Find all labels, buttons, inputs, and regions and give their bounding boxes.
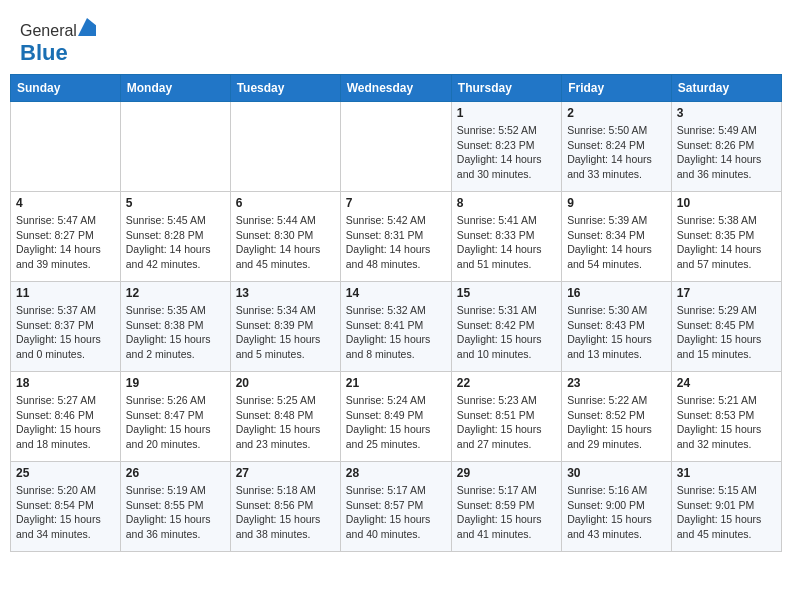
day-number: 12 — [126, 286, 225, 300]
calendar-cell: 31Sunrise: 5:15 AM Sunset: 9:01 PM Dayli… — [671, 462, 781, 552]
calendar-cell — [340, 102, 451, 192]
day-number: 8 — [457, 196, 556, 210]
calendar-cell: 13Sunrise: 5:34 AM Sunset: 8:39 PM Dayli… — [230, 282, 340, 372]
calendar-header-row: SundayMondayTuesdayWednesdayThursdayFrid… — [11, 75, 782, 102]
day-number: 15 — [457, 286, 556, 300]
calendar-cell: 10Sunrise: 5:38 AM Sunset: 8:35 PM Dayli… — [671, 192, 781, 282]
calendar-cell: 3Sunrise: 5:49 AM Sunset: 8:26 PM Daylig… — [671, 102, 781, 192]
day-number: 13 — [236, 286, 335, 300]
day-info: Sunrise: 5:19 AM Sunset: 8:55 PM Dayligh… — [126, 483, 225, 542]
day-info: Sunrise: 5:15 AM Sunset: 9:01 PM Dayligh… — [677, 483, 776, 542]
day-info: Sunrise: 5:38 AM Sunset: 8:35 PM Dayligh… — [677, 213, 776, 272]
calendar-cell: 27Sunrise: 5:18 AM Sunset: 8:56 PM Dayli… — [230, 462, 340, 552]
calendar-cell: 6Sunrise: 5:44 AM Sunset: 8:30 PM Daylig… — [230, 192, 340, 282]
calendar-cell — [230, 102, 340, 192]
day-number: 24 — [677, 376, 776, 390]
day-of-week-sunday: Sunday — [11, 75, 121, 102]
day-number: 7 — [346, 196, 446, 210]
day-number: 9 — [567, 196, 666, 210]
calendar-cell: 26Sunrise: 5:19 AM Sunset: 8:55 PM Dayli… — [120, 462, 230, 552]
day-of-week-saturday: Saturday — [671, 75, 781, 102]
day-of-week-friday: Friday — [562, 75, 672, 102]
day-info: Sunrise: 5:25 AM Sunset: 8:48 PM Dayligh… — [236, 393, 335, 452]
svg-marker-0 — [78, 18, 96, 36]
day-info: Sunrise: 5:47 AM Sunset: 8:27 PM Dayligh… — [16, 213, 115, 272]
day-number: 16 — [567, 286, 666, 300]
day-of-week-tuesday: Tuesday — [230, 75, 340, 102]
calendar-week-4: 18Sunrise: 5:27 AM Sunset: 8:46 PM Dayli… — [11, 372, 782, 462]
calendar-cell: 5Sunrise: 5:45 AM Sunset: 8:28 PM Daylig… — [120, 192, 230, 282]
day-info: Sunrise: 5:16 AM Sunset: 9:00 PM Dayligh… — [567, 483, 666, 542]
calendar-cell: 23Sunrise: 5:22 AM Sunset: 8:52 PM Dayli… — [562, 372, 672, 462]
calendar-cell: 7Sunrise: 5:42 AM Sunset: 8:31 PM Daylig… — [340, 192, 451, 282]
day-number: 5 — [126, 196, 225, 210]
calendar-cell: 29Sunrise: 5:17 AM Sunset: 8:59 PM Dayli… — [451, 462, 561, 552]
calendar-cell: 25Sunrise: 5:20 AM Sunset: 8:54 PM Dayli… — [11, 462, 121, 552]
day-number: 20 — [236, 376, 335, 390]
day-number: 19 — [126, 376, 225, 390]
day-number: 21 — [346, 376, 446, 390]
calendar-week-5: 25Sunrise: 5:20 AM Sunset: 8:54 PM Dayli… — [11, 462, 782, 552]
day-number: 17 — [677, 286, 776, 300]
logo: General Blue — [20, 18, 96, 66]
day-info: Sunrise: 5:20 AM Sunset: 8:54 PM Dayligh… — [16, 483, 115, 542]
calendar-table: SundayMondayTuesdayWednesdayThursdayFrid… — [10, 74, 782, 552]
calendar-cell: 11Sunrise: 5:37 AM Sunset: 8:37 PM Dayli… — [11, 282, 121, 372]
day-info: Sunrise: 5:32 AM Sunset: 8:41 PM Dayligh… — [346, 303, 446, 362]
day-info: Sunrise: 5:37 AM Sunset: 8:37 PM Dayligh… — [16, 303, 115, 362]
day-number: 1 — [457, 106, 556, 120]
day-number: 25 — [16, 466, 115, 480]
day-number: 10 — [677, 196, 776, 210]
day-info: Sunrise: 5:49 AM Sunset: 8:26 PM Dayligh… — [677, 123, 776, 182]
day-info: Sunrise: 5:52 AM Sunset: 8:23 PM Dayligh… — [457, 123, 556, 182]
day-info: Sunrise: 5:24 AM Sunset: 8:49 PM Dayligh… — [346, 393, 446, 452]
calendar-cell: 24Sunrise: 5:21 AM Sunset: 8:53 PM Dayli… — [671, 372, 781, 462]
day-number: 31 — [677, 466, 776, 480]
day-info: Sunrise: 5:18 AM Sunset: 8:56 PM Dayligh… — [236, 483, 335, 542]
day-info: Sunrise: 5:44 AM Sunset: 8:30 PM Dayligh… — [236, 213, 335, 272]
calendar-week-1: 1Sunrise: 5:52 AM Sunset: 8:23 PM Daylig… — [11, 102, 782, 192]
day-number: 27 — [236, 466, 335, 480]
day-number: 14 — [346, 286, 446, 300]
day-number: 23 — [567, 376, 666, 390]
day-info: Sunrise: 5:42 AM Sunset: 8:31 PM Dayligh… — [346, 213, 446, 272]
day-number: 6 — [236, 196, 335, 210]
calendar-cell: 12Sunrise: 5:35 AM Sunset: 8:38 PM Dayli… — [120, 282, 230, 372]
day-info: Sunrise: 5:34 AM Sunset: 8:39 PM Dayligh… — [236, 303, 335, 362]
day-info: Sunrise: 5:23 AM Sunset: 8:51 PM Dayligh… — [457, 393, 556, 452]
day-info: Sunrise: 5:17 AM Sunset: 8:57 PM Dayligh… — [346, 483, 446, 542]
page-header: General Blue — [10, 10, 782, 70]
day-number: 29 — [457, 466, 556, 480]
day-number: 2 — [567, 106, 666, 120]
day-number: 3 — [677, 106, 776, 120]
day-info: Sunrise: 5:26 AM Sunset: 8:47 PM Dayligh… — [126, 393, 225, 452]
calendar-week-3: 11Sunrise: 5:37 AM Sunset: 8:37 PM Dayli… — [11, 282, 782, 372]
calendar-cell: 16Sunrise: 5:30 AM Sunset: 8:43 PM Dayli… — [562, 282, 672, 372]
day-number: 4 — [16, 196, 115, 210]
day-number: 11 — [16, 286, 115, 300]
calendar-cell: 15Sunrise: 5:31 AM Sunset: 8:42 PM Dayli… — [451, 282, 561, 372]
day-info: Sunrise: 5:39 AM Sunset: 8:34 PM Dayligh… — [567, 213, 666, 272]
day-number: 28 — [346, 466, 446, 480]
day-info: Sunrise: 5:27 AM Sunset: 8:46 PM Dayligh… — [16, 393, 115, 452]
day-number: 18 — [16, 376, 115, 390]
calendar-week-2: 4Sunrise: 5:47 AM Sunset: 8:27 PM Daylig… — [11, 192, 782, 282]
calendar-cell: 9Sunrise: 5:39 AM Sunset: 8:34 PM Daylig… — [562, 192, 672, 282]
calendar-cell: 30Sunrise: 5:16 AM Sunset: 9:00 PM Dayli… — [562, 462, 672, 552]
day-info: Sunrise: 5:45 AM Sunset: 8:28 PM Dayligh… — [126, 213, 225, 272]
day-info: Sunrise: 5:21 AM Sunset: 8:53 PM Dayligh… — [677, 393, 776, 452]
calendar-cell — [120, 102, 230, 192]
calendar-cell: 22Sunrise: 5:23 AM Sunset: 8:51 PM Dayli… — [451, 372, 561, 462]
calendar-cell: 21Sunrise: 5:24 AM Sunset: 8:49 PM Dayli… — [340, 372, 451, 462]
calendar-cell: 20Sunrise: 5:25 AM Sunset: 8:48 PM Dayli… — [230, 372, 340, 462]
calendar-cell: 19Sunrise: 5:26 AM Sunset: 8:47 PM Dayli… — [120, 372, 230, 462]
day-info: Sunrise: 5:35 AM Sunset: 8:38 PM Dayligh… — [126, 303, 225, 362]
day-of-week-wednesday: Wednesday — [340, 75, 451, 102]
day-number: 22 — [457, 376, 556, 390]
day-info: Sunrise: 5:31 AM Sunset: 8:42 PM Dayligh… — [457, 303, 556, 362]
day-info: Sunrise: 5:22 AM Sunset: 8:52 PM Dayligh… — [567, 393, 666, 452]
calendar-cell: 1Sunrise: 5:52 AM Sunset: 8:23 PM Daylig… — [451, 102, 561, 192]
day-number: 26 — [126, 466, 225, 480]
calendar-cell: 8Sunrise: 5:41 AM Sunset: 8:33 PM Daylig… — [451, 192, 561, 282]
calendar-cell: 17Sunrise: 5:29 AM Sunset: 8:45 PM Dayli… — [671, 282, 781, 372]
